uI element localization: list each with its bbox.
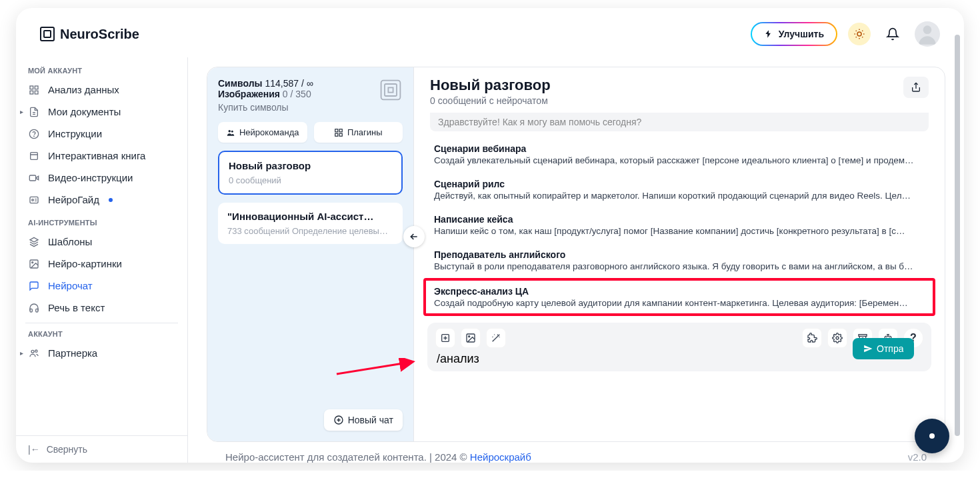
sidebar-item-interactive-book[interactable]: Интерактивная книга [16, 145, 187, 167]
svg-point-7 [34, 136, 35, 137]
buy-symbols-link[interactable]: Купить символы [218, 102, 313, 113]
document-icon [28, 107, 40, 117]
sidebar-item-video-instructions[interactable]: Видео-инструкции [16, 167, 187, 189]
conversation-title: "Инновационный AI-ассист… [227, 211, 393, 222]
swirl-icon [379, 78, 403, 102]
notifications-button[interactable] [881, 23, 904, 45]
book-icon [28, 151, 40, 161]
plugins-icon [334, 128, 343, 137]
puzzle-icon [807, 333, 817, 343]
layers-icon [28, 237, 40, 247]
avatar[interactable] [915, 21, 940, 47]
chat-subtitle: 0 сообщений с нейрочатом [430, 95, 551, 106]
sidebar-item-templates[interactable]: Шаблоны [16, 231, 187, 253]
conversations-panel: Символы 114,587 / ∞ Изображения 0 / 350 … [207, 67, 414, 441]
logo-icon [40, 27, 55, 41]
footer-text: Нейро-ассистент для создателей контента.… [225, 451, 470, 463]
theme-toggle-button[interactable] [848, 23, 871, 45]
svg-rect-24 [339, 133, 342, 136]
svg-rect-4 [30, 91, 33, 94]
tab-plugins[interactable]: Плагины [314, 122, 403, 143]
suggestion-item[interactable]: Сценарий рилс Действуй, как опытный копи… [425, 172, 934, 207]
sidebar-section-account-2: АККАУНТ [16, 327, 187, 342]
svg-point-15 [35, 350, 37, 352]
conversation-title: Новый разговор [229, 160, 392, 171]
arrow-left-icon [409, 231, 419, 242]
svg-point-0 [857, 32, 861, 36]
upgrade-button[interactable]: Улучшить [751, 22, 837, 46]
send-button[interactable]: Отправить [853, 338, 914, 359]
sun-icon [853, 28, 865, 40]
svg-point-11 [32, 199, 34, 201]
images-label: Изображения [218, 89, 280, 99]
svg-rect-18 [388, 87, 393, 92]
extension-button[interactable] [802, 328, 822, 348]
conversation-item[interactable]: Новый разговор 0 сообщений [218, 151, 403, 195]
window-scrollbar[interactable] [955, 35, 960, 436]
collapse-panel-button[interactable] [403, 226, 425, 247]
new-indicator-dot [109, 198, 113, 202]
svg-rect-16 [381, 81, 401, 100]
page-footer: Нейро-ассистент для создателей контента.… [207, 442, 945, 463]
image-icon [28, 259, 40, 269]
share-button[interactable] [903, 77, 929, 98]
suggestions-list: Сценарии вебинара Создай увлекательный с… [414, 137, 945, 316]
suggestion-item[interactable]: Сценарии вебинара Создай увлекательный с… [425, 137, 934, 172]
sidebar-item-label: Инструкции [48, 128, 102, 139]
sidebar-item-partner[interactable]: ▸ Партнерка [16, 342, 187, 364]
svg-rect-22 [339, 129, 342, 131]
tab-label: Плагины [347, 127, 383, 137]
wand-icon [491, 333, 501, 343]
tab-label: Нейрокоманда [239, 127, 299, 137]
svg-rect-5 [35, 91, 38, 94]
sidebar-item-neuro-images[interactable]: Нейро-картинки [16, 253, 187, 275]
new-chat-button[interactable]: Новый чат [324, 409, 403, 431]
suggestion-desc: Создай увлекательный сценарий вебинара, … [434, 155, 925, 165]
sidebar-item-label: Мои документы [48, 106, 121, 117]
sidebar-item-documents[interactable]: ▸ Мои документы [16, 101, 187, 123]
suggestion-item-highlighted[interactable]: Экспресс-анализ ЦА Создай подробную карт… [425, 279, 934, 315]
conversation-item[interactable]: "Инновационный AI-ассист… 733 сообщений … [218, 203, 403, 244]
collapse-label: Свернуть [47, 444, 87, 455]
attach-image-button[interactable] [461, 328, 481, 348]
svg-point-14 [31, 350, 34, 353]
plus-circle-icon [333, 415, 344, 425]
brand-logo[interactable]: NeuroScribe [40, 27, 139, 42]
attach-file-button[interactable] [435, 328, 455, 348]
svg-point-20 [231, 130, 233, 132]
chat-input[interactable] [435, 348, 923, 369]
rocket-icon [764, 29, 773, 39]
send-icon [863, 344, 873, 353]
suggestion-desc: Создай подробную карту целевой аудитории… [434, 298, 925, 308]
chevron-right-icon: ▸ [20, 349, 23, 357]
settings-button[interactable] [827, 328, 847, 348]
user-icon [915, 21, 940, 47]
suggestion-item[interactable]: Написание кейса Напиши кейс о том, как н… [425, 207, 934, 243]
suggestion-title: Сценарий рилс [434, 179, 925, 189]
sidebar-item-label: Нейрочат [48, 280, 93, 291]
footer-brand-link[interactable]: Нейроскрайб [470, 451, 531, 463]
collapse-sidebar-button[interactable]: |← Свернуть [16, 435, 187, 463]
sidebar-item-analytics[interactable]: Анализ данных [16, 79, 187, 101]
grid-icon [28, 85, 40, 95]
sidebar-item-neuroguide[interactable]: НейроГайд [16, 189, 187, 211]
sidebar-item-label: Анализ данных [48, 84, 119, 95]
brand-name-a: Neuro [60, 27, 99, 41]
support-chat-fab[interactable] [915, 419, 949, 453]
upgrade-label: Улучшить [779, 29, 824, 39]
sidebar-item-speech-to-text[interactable]: Речь в текст [16, 297, 187, 319]
version-label: v2.0 [908, 451, 927, 463]
team-icon [226, 128, 235, 137]
brand-name-b: Scribe [99, 27, 139, 41]
sidebar-item-instructions[interactable]: Инструкции [16, 123, 187, 145]
tab-neuroteam[interactable]: Нейрокоманда [218, 122, 307, 143]
chat-input-area: ? Отправить [427, 323, 931, 371]
sidebar-item-neurochat[interactable]: Нейрочат [16, 275, 187, 297]
assistant-greeting: Здравствуйте! Как я могу вам помочь сего… [430, 113, 929, 131]
suggestion-item[interactable]: Преподаватель английского Выступай в рол… [425, 243, 934, 278]
users-icon [28, 348, 40, 359]
magic-button[interactable] [486, 328, 506, 348]
suggestion-desc: Напиши кейс о том, как наш [продукт/услу… [434, 226, 925, 236]
suggestion-desc: Действуй, как опытный копирайтер и марке… [434, 191, 925, 201]
svg-point-13 [32, 261, 33, 263]
